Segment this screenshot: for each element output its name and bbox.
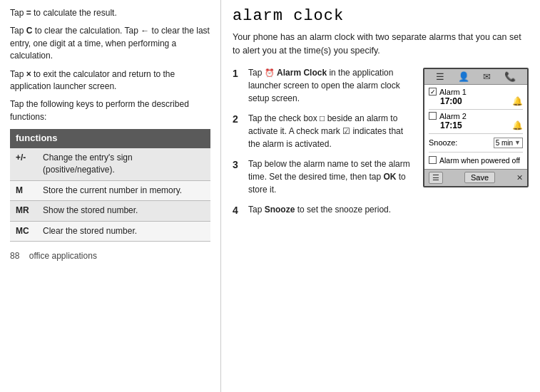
functions-table: functions +/- Change the entry's sign (p… xyxy=(10,129,210,242)
section-label: office applications xyxy=(29,251,97,261)
key-plus-minus-desc: Change the entry's sign (positive/negati… xyxy=(37,148,210,180)
key-x: × xyxy=(26,69,31,79)
steps-container: 1 Tap ⏰ Alarm Clock in the application l… xyxy=(233,66,529,225)
alarm-1-row: ✓ Alarm 1 17:00 🔔 xyxy=(429,88,523,106)
powered-off-checkbox[interactable] xyxy=(429,156,437,164)
snooze-label: Snooze: xyxy=(429,138,457,147)
alarm-2-bell-icon: 🔔 xyxy=(512,120,523,130)
alarm-divider-1 xyxy=(429,109,523,110)
step-4-number: 4 xyxy=(233,203,244,218)
step-3: 3 Tap below the alarm name to set the al… xyxy=(233,158,413,196)
page-number: 88 xyxy=(10,251,19,261)
alarm-2-checkbox[interactable] xyxy=(429,112,437,120)
key-equals: = xyxy=(26,8,31,18)
dropdown-arrow-icon: ▼ xyxy=(514,139,521,146)
step-2-content: Tap the check box □ beside an alarm to a… xyxy=(248,112,413,150)
key-mc-desc: Clear the stored number. xyxy=(37,221,210,241)
table-row: M Store the current number in memory. xyxy=(10,180,210,200)
alarm-powered-label: Alarm when powered off xyxy=(439,156,520,165)
key-mc: MC xyxy=(10,221,37,241)
table-header: functions xyxy=(10,129,210,148)
alarm-powered-row: Alarm when powered off xyxy=(429,155,523,166)
alarm-2-row: Alarm 2 17:15 🔔 xyxy=(429,112,523,130)
step-3-number: 3 xyxy=(233,158,244,172)
page-footer: 88 office applications xyxy=(10,250,210,262)
snooze-row: Snooze: 5 min ▼ xyxy=(429,136,523,150)
alarm-1-checkbox[interactable]: ✓ xyxy=(429,88,437,96)
step-2-number: 2 xyxy=(233,112,244,127)
step-4-content: Tap Snooze to set the snooze period. xyxy=(248,203,413,216)
alarm-1-time-row: 17:00 🔔 xyxy=(429,96,523,106)
save-button[interactable]: Save xyxy=(464,172,495,183)
key-plus-minus: +/- xyxy=(10,148,37,180)
key-m-desc: Store the current number in memory. xyxy=(37,180,210,200)
snooze-select[interactable]: 5 min ▼ xyxy=(494,138,523,148)
person-icon: 👤 xyxy=(458,71,469,82)
key-mr: MR xyxy=(10,201,37,221)
steps-text: 1 Tap ⏰ Alarm Clock in the application l… xyxy=(233,66,413,225)
para-3: Tap × to exit the calculator and return … xyxy=(10,68,210,93)
para-2: Tap C to clear the calculation. Tap ← to… xyxy=(10,25,210,62)
alarm-1-bell-icon: 🔔 xyxy=(512,96,523,106)
step-3-content: Tap below the alarm name to set the alar… xyxy=(248,158,413,196)
table-row: MC Clear the stored number. xyxy=(10,221,210,241)
alarm-toolbar: ☰ 👤 ✉ 📞 xyxy=(424,69,527,85)
right-column: alarm clock Your phone has an alarm cloc… xyxy=(221,0,540,392)
key-c: C xyxy=(26,26,33,36)
para-1: Tap = to calculate the result. xyxy=(10,7,210,19)
menu-footer-button[interactable]: ☰ xyxy=(429,172,443,184)
step-2: 2 Tap the check box □ beside an alarm to… xyxy=(233,112,413,150)
alarm-2-time[interactable]: 17:15 xyxy=(440,120,462,130)
menu-icon: ☰ xyxy=(436,71,444,82)
alarm-clock-icon: ⏰ xyxy=(265,68,275,77)
alarm-body: ✓ Alarm 1 17:00 🔔 Alarm 2 xyxy=(424,85,527,169)
alarm-divider-3 xyxy=(429,152,523,153)
phone-icon: 📞 xyxy=(504,71,516,82)
alarm-divider-2 xyxy=(429,133,523,134)
alarm-1-label-row: ✓ Alarm 1 xyxy=(429,88,523,96)
step-1-content: Tap ⏰ Alarm Clock in the application lau… xyxy=(248,66,413,105)
intro-text: Your phone has an alarm clock with two s… xyxy=(233,31,529,58)
table-row: MR Show the stored number. xyxy=(10,201,210,221)
step-4: 4 Tap Snooze to set the snooze period. xyxy=(233,203,413,218)
snooze-value: 5 min xyxy=(496,139,513,147)
para-4: Tap the following keys to perform the de… xyxy=(10,98,210,123)
alarm-1-time[interactable]: 17:00 xyxy=(440,96,462,106)
alarm-clock-ui: ☰ 👤 ✉ 📞 ✓ Alarm 1 17:00 🔔 xyxy=(423,68,529,187)
close-button[interactable]: ✕ xyxy=(516,173,523,182)
step-1: 1 Tap ⏰ Alarm Clock in the application l… xyxy=(233,66,413,105)
step-1-number: 1 xyxy=(233,66,244,81)
alarm-footer: ☰ Save ✕ xyxy=(424,169,527,186)
alarm-2-name: Alarm 2 xyxy=(439,112,467,120)
page-title: alarm clock xyxy=(233,7,529,25)
key-mr-desc: Show the stored number. xyxy=(37,201,210,221)
alarm-2-time-row: 17:15 🔔 xyxy=(429,120,523,130)
alarm-1-name: Alarm 1 xyxy=(439,88,467,96)
key-back: ← xyxy=(141,26,149,36)
left-column: Tap = to calculate the result. Tap C to … xyxy=(0,0,221,392)
alarm-2-label-row: Alarm 2 xyxy=(429,112,523,120)
envelope-icon: ✉ xyxy=(483,71,491,82)
table-row: +/- Change the entry's sign (positive/ne… xyxy=(10,148,210,180)
key-m: M xyxy=(10,180,37,200)
